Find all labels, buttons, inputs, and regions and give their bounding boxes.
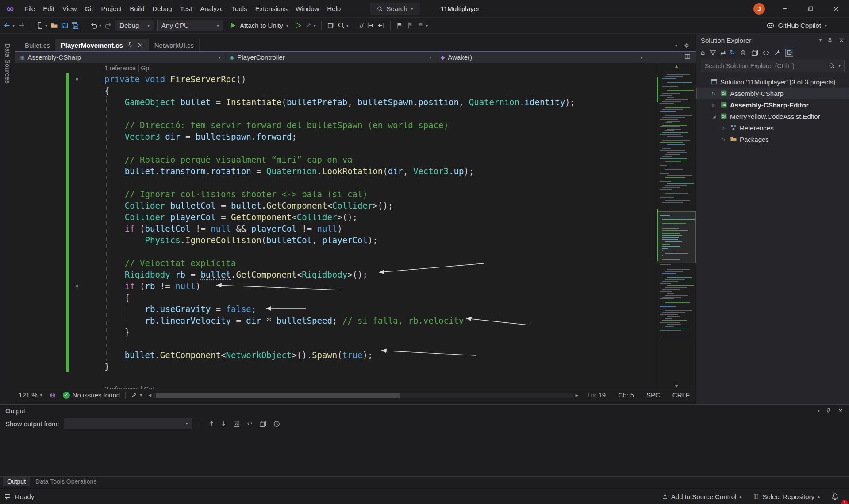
output-close-icon[interactable]	[837, 408, 844, 414]
close-button[interactable]	[823, 0, 849, 18]
forward-button[interactable]	[18, 22, 25, 29]
minimize-button[interactable]: ─	[772, 0, 798, 18]
menu-git[interactable]: Git	[81, 0, 97, 18]
code-line[interactable]: ∨ if (rb != null)	[15, 280, 657, 292]
code-line[interactable]	[15, 246, 657, 257]
word-wrap-icon[interactable]: ↩	[247, 420, 252, 427]
tab-playermovement-cs[interactable]: PlayerMovement.cs	[56, 39, 149, 51]
output-source-dropdown[interactable]: ▾	[64, 418, 192, 429]
output-content[interactable]	[0, 431, 849, 476]
undo-button[interactable]: ▾	[90, 22, 101, 29]
tab-pin-icon[interactable]	[127, 42, 133, 48]
new-project-button[interactable]: ▾	[36, 22, 47, 29]
code-line[interactable]: GameObject bullet = Instantiate(bulletPr…	[15, 96, 657, 108]
bookmark-button[interactable]	[396, 22, 403, 29]
tree-item-solution-11multiplayer-3-of-3-projects[interactable]: Solution '11Multiplayer' (3 of 3 project…	[696, 76, 849, 88]
menu-analyze[interactable]: Analyze	[196, 0, 227, 18]
code-line[interactable]: }	[15, 361, 657, 372]
menu-help[interactable]: Help	[323, 0, 345, 18]
output-header[interactable]: Output ▾	[0, 405, 849, 416]
menu-project[interactable]: Project	[97, 0, 126, 18]
se-sync-icon[interactable]: ⇄	[721, 49, 726, 56]
outdent-button[interactable]	[377, 22, 385, 29]
se-collapse-all-icon[interactable]	[739, 49, 747, 57]
line-ending-indicator[interactable]: CRLF	[666, 389, 696, 401]
zoom-dropdown[interactable]: 121 %▾	[15, 389, 46, 401]
code-cleanup-button[interactable]: ▾	[127, 389, 146, 401]
code-line[interactable]: bullet.transform.rotation = Quaternion.L…	[15, 165, 657, 177]
tab-data-tools-operations[interactable]: Data Tools Operations	[31, 477, 101, 486]
tab-list-caret-icon[interactable]: ▾	[675, 43, 677, 48]
code-area[interactable]: 1 reference | Gpt∨private void FireServe…	[15, 63, 657, 389]
code-line[interactable]: ∨private void FireServerRpc()	[15, 73, 657, 85]
code-line[interactable]: // Rotació perquè visualment “miri” cap …	[15, 154, 657, 165]
hscroll-right-icon[interactable]: ▶	[575, 393, 578, 397]
code-line[interactable]: rb.linearVelocity = dir * bulletSpeed; /…	[15, 315, 657, 326]
tree-item-references[interactable]: ▷References	[696, 122, 849, 134]
code-line[interactable]: // Direcció: fem servir forward del bull…	[15, 119, 657, 131]
menu-extensions[interactable]: Extensions	[251, 0, 292, 18]
code-line[interactable]: rb.useGravity = false;	[15, 303, 657, 315]
spaces-indicator[interactable]: SPC	[640, 389, 666, 401]
start-without-debugging-button[interactable]	[294, 22, 302, 29]
save-all-button[interactable]	[72, 22, 79, 29]
breadcrumb-type-dropdown[interactable]: ◈ PlayerController ▾	[226, 52, 436, 63]
solution-search-input[interactable]	[705, 62, 825, 69]
code-line[interactable]: Vector3 dir = bulletSpawn.forward;	[15, 131, 657, 142]
se-views-icon[interactable]: ⌂	[701, 49, 705, 57]
menu-window[interactable]: Window	[292, 0, 323, 18]
menu-edit[interactable]: Edit	[39, 0, 58, 18]
se-close-icon[interactable]	[838, 37, 845, 43]
back-button[interactable]: ▾	[4, 22, 15, 29]
fold-chevron-icon[interactable]: ∨	[72, 280, 82, 292]
code-line[interactable]	[15, 177, 657, 188]
code-line[interactable]: Collider playerCol = GetComponent<Collid…	[15, 211, 657, 223]
tab-close-icon[interactable]	[137, 42, 143, 48]
expander-collapsed-icon[interactable]: ▷	[710, 103, 718, 107]
tab-options-icon[interactable]	[684, 42, 690, 49]
debug-config-dropdown[interactable]: Debug▾	[115, 20, 154, 31]
code-line[interactable]: if (bulletCol != null && playerCol != nu…	[15, 223, 657, 234]
solution-explorer-header[interactable]: Solution Explorer ▾	[696, 34, 849, 47]
se-position-caret-icon[interactable]: ▾	[819, 38, 822, 42]
code-line[interactable]: {	[15, 292, 657, 303]
tree-item-packages[interactable]: ▷Packages	[696, 134, 849, 145]
breadcrumb-project-dropdown[interactable]: ▦ Assembly-CSharp ▾	[15, 52, 226, 63]
indent-button[interactable]	[367, 22, 374, 29]
expander-collapsed-icon[interactable]: ▷	[720, 126, 727, 130]
code-line[interactable]	[15, 142, 657, 154]
horizontal-scrollbar[interactable]: ◀ ▶	[146, 389, 581, 401]
codelens[interactable]: 2 references | Gpt	[15, 384, 657, 389]
se-track-active-button[interactable]	[785, 49, 793, 57]
next-message-icon[interactable]: ↓	[221, 420, 226, 427]
tree-item-assembly-csharp[interactable]: ▷C#Assembly-CSharp	[696, 88, 849, 99]
github-copilot-button[interactable]: GitHub Copilot ▾	[767, 22, 827, 29]
copy-output-icon[interactable]	[259, 420, 266, 428]
fold-chevron-icon[interactable]: ∨	[72, 73, 82, 85]
notifications-button[interactable]: 1	[826, 489, 845, 504]
data-sources-tab[interactable]: Data Sources	[0, 34, 15, 404]
line-indicator[interactable]: Ln: 19	[581, 389, 612, 401]
output-position-caret-icon[interactable]: ▾	[818, 409, 820, 413]
code-line[interactable]: Physics.IgnoreCollision(bulletCol, playe…	[15, 234, 657, 246]
select-repository-button[interactable]: Select Repository ▴	[747, 489, 826, 504]
expander-expanded-icon[interactable]: ◢	[710, 114, 718, 119]
expander-collapsed-icon[interactable]: ▷	[720, 137, 727, 142]
health-indicator[interactable]: ✓ No issues found	[59, 389, 124, 401]
build-tools-button[interactable]: ▾	[305, 22, 316, 29]
menu-file[interactable]: File	[20, 0, 39, 18]
toggle-comment-button[interactable]: //	[360, 22, 364, 29]
se-pin-icon[interactable]	[827, 37, 833, 43]
clear-all-icon[interactable]	[233, 420, 240, 428]
redo-button[interactable]	[104, 22, 112, 29]
scroll-up-button[interactable]: ▲	[657, 63, 696, 69]
minimap[interactable]	[657, 69, 696, 382]
expander-collapsed-icon[interactable]: ▷	[710, 91, 718, 96]
new-window-button[interactable]	[327, 22, 334, 29]
prev-message-icon[interactable]: ↑	[209, 420, 215, 427]
save-button[interactable]	[61, 22, 69, 29]
hscroll-left-icon[interactable]: ◀	[148, 393, 151, 397]
prev-bookmark-button[interactable]	[407, 22, 414, 29]
hscroll-thumb[interactable]	[156, 393, 400, 398]
codelens[interactable]: 1 reference | Gpt	[15, 63, 657, 73]
